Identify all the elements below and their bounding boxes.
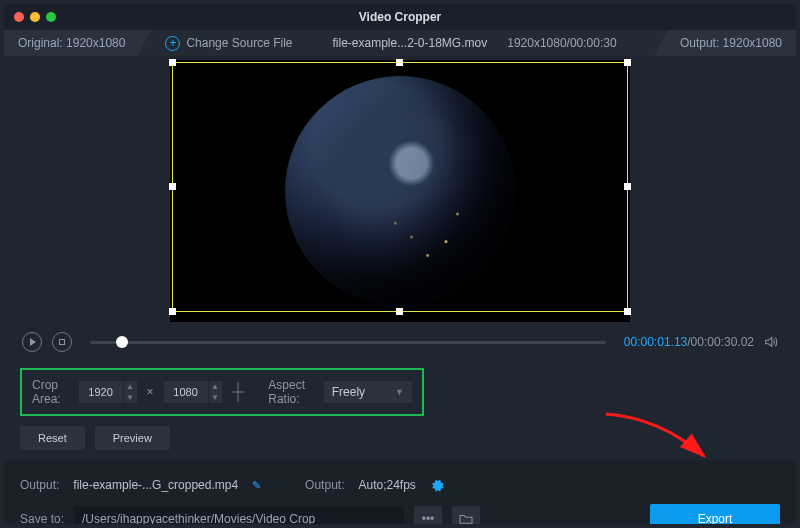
change-source-label: Change Source File	[186, 36, 292, 50]
original-label: Original:	[18, 36, 63, 50]
save-to-label: Save to:	[20, 512, 64, 524]
app-window: Video Cropper Original: 1920x1080 + Chan…	[4, 4, 796, 524]
reset-button[interactable]: Reset	[20, 426, 85, 450]
titlebar: Video Cropper	[4, 4, 796, 30]
action-buttons: Reset Preview	[4, 416, 796, 450]
aspect-ratio-value: Freely	[332, 385, 365, 399]
output-filename: file-example-...G_cropped.mp4	[73, 478, 238, 492]
crop-handle-mr[interactable]	[624, 183, 631, 190]
browse-path-button[interactable]: •••	[414, 506, 442, 524]
crop-handle-bl[interactable]	[169, 308, 176, 315]
crop-handle-ml[interactable]	[169, 183, 176, 190]
seek-thumb[interactable]	[116, 336, 128, 348]
plus-icon: +	[165, 36, 180, 51]
output-resolution: Output: 1920x1080	[654, 30, 796, 56]
save-path-field[interactable]: /Users/ihappyacethinker/Movies/Video Cro…	[74, 506, 404, 524]
chevron-down-icon: ▼	[395, 387, 404, 397]
play-button[interactable]	[22, 332, 42, 352]
output-format-value: Auto;24fps	[358, 478, 415, 492]
crop-area-label: Crop Area:	[32, 378, 69, 406]
traffic-lights	[4, 12, 56, 22]
video-preview[interactable]	[170, 60, 630, 322]
output-value: 1920x1080	[723, 36, 782, 50]
crop-width-field[interactable]: ▲▼	[79, 381, 137, 403]
original-value: 1920x1080	[66, 36, 125, 50]
seek-slider[interactable]	[90, 341, 606, 344]
crop-settings-panel: Crop Area: ▲▼ × ▲▼ Aspect Ratio: Freely …	[20, 368, 424, 416]
chevron-down-icon[interactable]: ▼	[208, 392, 222, 403]
output-file-label: Output:	[20, 478, 59, 492]
crop-handle-br[interactable]	[624, 308, 631, 315]
fullscreen-window-button[interactable]	[46, 12, 56, 22]
change-source-button[interactable]: + Change Source File	[165, 36, 292, 51]
window-title: Video Cropper	[4, 10, 796, 24]
info-bar: Original: 1920x1080 + Change Source File…	[4, 30, 796, 56]
time-display: 00:00:01.13/00:00:30.02	[624, 335, 754, 349]
crop-handle-tl[interactable]	[169, 59, 176, 66]
original-resolution: Original: 1920x1080	[4, 30, 151, 56]
times-label: ×	[147, 385, 154, 399]
playback-controls: 00:00:01.13/00:00:30.02	[4, 322, 796, 352]
current-time: 00:00:01.13	[624, 335, 687, 349]
volume-icon[interactable]	[764, 335, 778, 349]
center-crop-button[interactable]	[232, 382, 245, 402]
output-settings-row: Output: file-example-...G_cropped.mp4 ✎ …	[4, 460, 796, 496]
crop-handle-tm[interactable]	[396, 59, 403, 66]
close-window-button[interactable]	[14, 12, 24, 22]
stop-button[interactable]	[52, 332, 72, 352]
source-res-duration: 1920x1080/00:00:30	[507, 36, 616, 50]
output-label: Output:	[680, 36, 719, 50]
stop-icon	[59, 339, 65, 345]
crop-height-input[interactable]	[164, 386, 208, 398]
crop-handle-bm[interactable]	[396, 308, 403, 315]
preview-button[interactable]: Preview	[95, 426, 170, 450]
crop-width-spinner[interactable]: ▲▼	[123, 381, 137, 403]
save-row: Save to: /Users/ihappyacethinker/Movies/…	[4, 496, 796, 524]
open-folder-button[interactable]	[452, 506, 480, 524]
output-format-label: Output:	[305, 478, 344, 492]
crop-width-input[interactable]	[79, 386, 123, 398]
aspect-ratio-label: Aspect Ratio:	[268, 378, 313, 406]
chevron-down-icon[interactable]: ▼	[123, 392, 137, 403]
total-time: 00:00:30.02	[691, 335, 754, 349]
source-filename: file-example...2-0-18MG.mov	[332, 36, 487, 50]
folder-icon	[459, 513, 473, 524]
edit-filename-button[interactable]: ✎	[252, 479, 261, 492]
chevron-up-icon[interactable]: ▲	[208, 381, 222, 392]
export-button[interactable]: Export	[650, 504, 780, 524]
crop-handle-tr[interactable]	[624, 59, 631, 66]
gear-icon[interactable]	[430, 478, 444, 492]
chevron-up-icon[interactable]: ▲	[123, 381, 137, 392]
crop-height-spinner[interactable]: ▲▼	[208, 381, 222, 403]
crop-rectangle[interactable]	[172, 62, 628, 312]
aspect-ratio-select[interactable]: Freely ▼	[324, 381, 412, 403]
minimize-window-button[interactable]	[30, 12, 40, 22]
crop-height-field[interactable]: ▲▼	[164, 381, 222, 403]
play-icon	[30, 338, 36, 346]
